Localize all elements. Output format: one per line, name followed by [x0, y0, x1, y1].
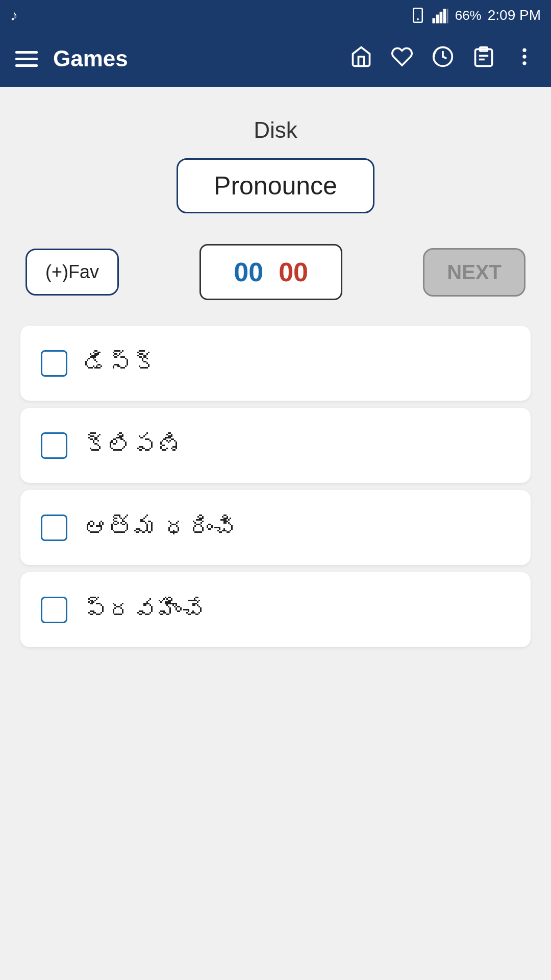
option-card[interactable]: డిస్క్: [20, 326, 531, 401]
history-icon[interactable]: [432, 45, 454, 72]
status-left: ♪: [10, 7, 18, 24]
signal-icon: [432, 7, 449, 24]
option-text: ప్రవహించే: [84, 596, 206, 624]
svg-point-12: [522, 48, 526, 52]
nav-icons: [350, 45, 536, 72]
svg-point-1: [417, 18, 419, 20]
word-section: Disk Pronounce: [20, 117, 531, 213]
controls-row: (+)Fav 00 00 NEXT: [20, 244, 531, 300]
svg-point-13: [522, 55, 526, 58]
svg-rect-6: [446, 9, 448, 23]
option-checkbox[interactable]: [41, 432, 67, 459]
score-display: 00 00: [199, 244, 342, 300]
nav-bar: Games: [0, 31, 551, 87]
clipboard-icon[interactable]: [472, 45, 495, 72]
svg-rect-2: [432, 18, 435, 23]
option-checkbox[interactable]: [41, 350, 67, 377]
svg-point-14: [522, 61, 526, 65]
time-display: 2:09 PM: [488, 7, 541, 23]
option-checkbox[interactable]: [41, 514, 67, 541]
option-checkbox[interactable]: [41, 597, 67, 623]
next-button[interactable]: NEXT: [423, 248, 525, 297]
options-list: డిస్క్క్లిపణిఆత్మ ధరించిప్రవహించే: [20, 326, 531, 647]
option-card[interactable]: ప్రవహించే: [20, 572, 531, 647]
score-correct: 00: [234, 257, 263, 287]
svg-rect-3: [436, 15, 439, 23]
option-text: ఆత్మ ధరించి: [84, 513, 237, 542]
nav-title: Games: [53, 46, 350, 71]
pronounce-button[interactable]: Pronounce: [177, 158, 374, 213]
score-wrong: 00: [279, 257, 308, 287]
main-content: Disk Pronounce (+)Fav 00 00 NEXT డిస్క్క…: [0, 87, 551, 980]
home-icon[interactable]: [350, 45, 372, 72]
option-text: డిస్క్: [84, 349, 157, 377]
option-card[interactable]: ఆత్మ ధరించి: [20, 490, 531, 565]
svg-rect-4: [439, 12, 442, 23]
hamburger-menu-button[interactable]: [15, 51, 38, 67]
svg-rect-5: [443, 9, 446, 23]
svg-rect-0: [413, 8, 422, 22]
fav-button[interactable]: (+)Fav: [26, 249, 119, 296]
word-label: Disk: [254, 117, 297, 143]
phone-icon: [410, 8, 425, 23]
status-bar: ♪ 66% 2:09 PM: [0, 0, 551, 31]
status-right: 66% 2:09 PM: [410, 7, 541, 24]
music-note-icon: ♪: [10, 7, 18, 24]
option-text: క్లిపణి: [84, 431, 182, 459]
battery-level: 66%: [455, 8, 482, 23]
option-card[interactable]: క్లిపణి: [20, 408, 531, 483]
more-options-icon[interactable]: [513, 45, 536, 72]
heart-icon[interactable]: [391, 45, 413, 72]
